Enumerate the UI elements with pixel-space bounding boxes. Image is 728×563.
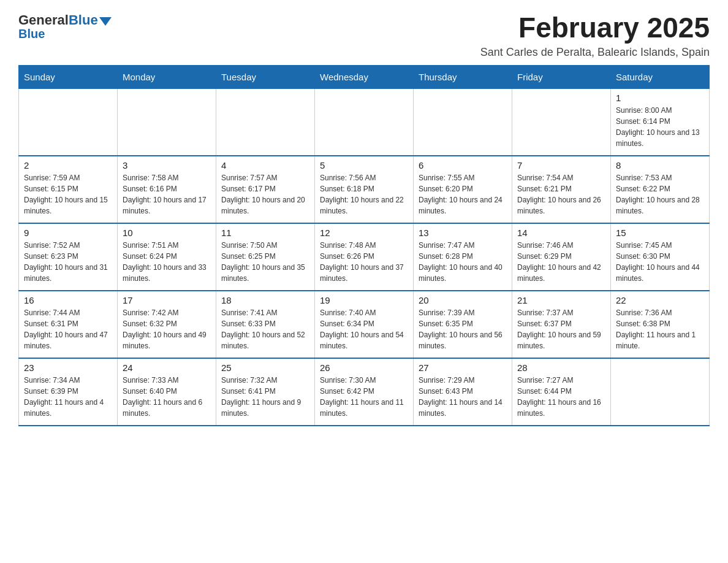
- day-info: Sunrise: 7:48 AM Sunset: 6:26 PM Dayligh…: [320, 240, 408, 284]
- day-info: Sunrise: 7:45 AM Sunset: 6:30 PM Dayligh…: [616, 240, 704, 284]
- day-info: Sunrise: 7:36 AM Sunset: 6:38 PM Dayligh…: [616, 307, 704, 351]
- day-number: 24: [123, 362, 211, 373]
- day-number: 1: [616, 93, 704, 103]
- calendar-cell: 28Sunrise: 7:27 AM Sunset: 6:44 PM Dayli…: [512, 358, 611, 426]
- calendar-cell: 24Sunrise: 7:33 AM Sunset: 6:40 PM Dayli…: [118, 358, 216, 426]
- calendar-cell: 13Sunrise: 7:47 AM Sunset: 6:28 PM Dayli…: [414, 223, 512, 291]
- calendar-cell: 20Sunrise: 7:39 AM Sunset: 6:35 PM Dayli…: [414, 291, 512, 358]
- day-number: 12: [320, 228, 408, 238]
- day-number: 26: [320, 362, 408, 373]
- day-number: 21: [517, 295, 605, 305]
- logo-blue-text: Blue: [69, 12, 98, 28]
- weekday-header-sunday: Sunday: [19, 65, 118, 88]
- calendar-cell: 18Sunrise: 7:41 AM Sunset: 6:33 PM Dayli…: [216, 291, 315, 358]
- calendar-cell: [315, 88, 414, 156]
- day-info: Sunrise: 7:44 AM Sunset: 6:31 PM Dayligh…: [24, 307, 112, 351]
- weekday-header-row: SundayMondayTuesdayWednesdayThursdayFrid…: [19, 65, 710, 88]
- calendar-cell: 27Sunrise: 7:29 AM Sunset: 6:43 PM Dayli…: [414, 358, 512, 426]
- day-info: Sunrise: 7:32 AM Sunset: 6:41 PM Dayligh…: [221, 375, 309, 419]
- day-info: Sunrise: 7:53 AM Sunset: 6:22 PM Dayligh…: [616, 172, 704, 216]
- day-number: 17: [123, 295, 211, 305]
- calendar-cell: 14Sunrise: 7:46 AM Sunset: 6:29 PM Dayli…: [512, 223, 611, 291]
- calendar-cell: 2Sunrise: 7:59 AM Sunset: 6:15 PM Daylig…: [19, 156, 118, 223]
- day-info: Sunrise: 7:52 AM Sunset: 6:23 PM Dayligh…: [24, 240, 112, 284]
- weekday-header-monday: Monday: [118, 65, 216, 88]
- calendar-cell: [611, 358, 710, 426]
- day-number: 10: [123, 228, 211, 238]
- calendar-cell: 22Sunrise: 7:36 AM Sunset: 6:38 PM Dayli…: [611, 291, 710, 358]
- calendar-cell: 16Sunrise: 7:44 AM Sunset: 6:31 PM Dayli…: [19, 291, 118, 358]
- day-info: Sunrise: 7:41 AM Sunset: 6:33 PM Dayligh…: [221, 307, 309, 351]
- day-info: Sunrise: 7:57 AM Sunset: 6:17 PM Dayligh…: [221, 172, 309, 216]
- day-info: Sunrise: 7:50 AM Sunset: 6:25 PM Dayligh…: [221, 240, 309, 284]
- calendar-cell: 25Sunrise: 7:32 AM Sunset: 6:41 PM Dayli…: [216, 358, 315, 426]
- calendar-cell: 15Sunrise: 7:45 AM Sunset: 6:30 PM Dayli…: [611, 223, 710, 291]
- calendar-week-row: 2Sunrise: 7:59 AM Sunset: 6:15 PM Daylig…: [19, 156, 710, 223]
- calendar-cell: 26Sunrise: 7:30 AM Sunset: 6:42 PM Dayli…: [315, 358, 414, 426]
- day-info: Sunrise: 7:46 AM Sunset: 6:29 PM Dayligh…: [517, 240, 605, 284]
- day-info: Sunrise: 7:30 AM Sunset: 6:42 PM Dayligh…: [320, 375, 408, 419]
- calendar-cell: [118, 88, 216, 156]
- day-number: 7: [517, 160, 605, 170]
- day-number: 15: [616, 228, 704, 238]
- calendar-cell: 19Sunrise: 7:40 AM Sunset: 6:34 PM Dayli…: [315, 291, 414, 358]
- day-number: 18: [221, 295, 309, 305]
- day-info: Sunrise: 7:40 AM Sunset: 6:34 PM Dayligh…: [320, 307, 408, 351]
- day-info: Sunrise: 7:51 AM Sunset: 6:24 PM Dayligh…: [123, 240, 211, 284]
- page-header: GeneralBlue Blue February 2025 Sant Carl…: [18, 12, 710, 59]
- calendar-cell: 5Sunrise: 7:56 AM Sunset: 6:18 PM Daylig…: [315, 156, 414, 223]
- day-info: Sunrise: 7:33 AM Sunset: 6:40 PM Dayligh…: [123, 375, 211, 419]
- day-info: Sunrise: 7:56 AM Sunset: 6:18 PM Dayligh…: [320, 172, 408, 216]
- day-info: Sunrise: 7:47 AM Sunset: 6:28 PM Dayligh…: [419, 240, 507, 284]
- day-info: Sunrise: 8:00 AM Sunset: 6:14 PM Dayligh…: [616, 105, 704, 149]
- day-number: 27: [419, 362, 507, 373]
- day-number: 11: [221, 228, 309, 238]
- calendar-cell: 21Sunrise: 7:37 AM Sunset: 6:37 PM Dayli…: [512, 291, 611, 358]
- day-info: Sunrise: 7:34 AM Sunset: 6:39 PM Dayligh…: [24, 375, 112, 419]
- logo-sub: Blue: [18, 27, 45, 41]
- weekday-header-friday: Friday: [512, 65, 611, 88]
- calendar-week-row: 1Sunrise: 8:00 AM Sunset: 6:14 PM Daylig…: [19, 88, 710, 156]
- calendar-cell: [19, 88, 118, 156]
- day-info: Sunrise: 7:42 AM Sunset: 6:32 PM Dayligh…: [123, 307, 211, 351]
- day-info: Sunrise: 7:58 AM Sunset: 6:16 PM Dayligh…: [123, 172, 211, 216]
- day-number: 14: [517, 228, 605, 238]
- day-info: Sunrise: 7:37 AM Sunset: 6:37 PM Dayligh…: [517, 307, 605, 351]
- calendar-cell: 7Sunrise: 7:54 AM Sunset: 6:21 PM Daylig…: [512, 156, 611, 223]
- day-number: 2: [24, 160, 112, 170]
- logo: GeneralBlue Blue: [18, 12, 112, 41]
- calendar-cell: 3Sunrise: 7:58 AM Sunset: 6:16 PM Daylig…: [118, 156, 216, 223]
- day-number: 6: [419, 160, 507, 170]
- calendar-cell: 4Sunrise: 7:57 AM Sunset: 6:17 PM Daylig…: [216, 156, 315, 223]
- location-title: Sant Carles de Peralta, Balearic Islands…: [480, 46, 710, 59]
- day-info: Sunrise: 7:27 AM Sunset: 6:44 PM Dayligh…: [517, 375, 605, 419]
- day-number: 9: [24, 228, 112, 238]
- day-number: 4: [221, 160, 309, 170]
- day-info: Sunrise: 7:59 AM Sunset: 6:15 PM Dayligh…: [24, 172, 112, 216]
- day-info: Sunrise: 7:29 AM Sunset: 6:43 PM Dayligh…: [419, 375, 507, 419]
- calendar-week-row: 16Sunrise: 7:44 AM Sunset: 6:31 PM Dayli…: [19, 291, 710, 358]
- calendar-cell: 11Sunrise: 7:50 AM Sunset: 6:25 PM Dayli…: [216, 223, 315, 291]
- calendar-cell: 12Sunrise: 7:48 AM Sunset: 6:26 PM Dayli…: [315, 223, 414, 291]
- calendar-week-row: 23Sunrise: 7:34 AM Sunset: 6:39 PM Dayli…: [19, 358, 710, 426]
- weekday-header-wednesday: Wednesday: [315, 65, 414, 88]
- day-number: 13: [419, 228, 507, 238]
- calendar-cell: 6Sunrise: 7:55 AM Sunset: 6:20 PM Daylig…: [414, 156, 512, 223]
- day-number: 3: [123, 160, 211, 170]
- calendar-cell: [512, 88, 611, 156]
- calendar-cell: 1Sunrise: 8:00 AM Sunset: 6:14 PM Daylig…: [611, 88, 710, 156]
- calendar-cell: [414, 88, 512, 156]
- calendar-cell: 17Sunrise: 7:42 AM Sunset: 6:32 PM Dayli…: [118, 291, 216, 358]
- calendar-week-row: 9Sunrise: 7:52 AM Sunset: 6:23 PM Daylig…: [19, 223, 710, 291]
- day-info: Sunrise: 7:39 AM Sunset: 6:35 PM Dayligh…: [419, 307, 507, 351]
- logo-text: GeneralBlue: [18, 12, 112, 28]
- weekday-header-saturday: Saturday: [611, 65, 710, 88]
- calendar-cell: [216, 88, 315, 156]
- month-title: February 2025: [480, 12, 710, 44]
- logo-arrow-icon: [99, 17, 112, 26]
- day-info: Sunrise: 7:55 AM Sunset: 6:20 PM Dayligh…: [419, 172, 507, 216]
- calendar-cell: 8Sunrise: 7:53 AM Sunset: 6:22 PM Daylig…: [611, 156, 710, 223]
- day-number: 16: [24, 295, 112, 305]
- day-number: 23: [24, 362, 112, 373]
- day-number: 20: [419, 295, 507, 305]
